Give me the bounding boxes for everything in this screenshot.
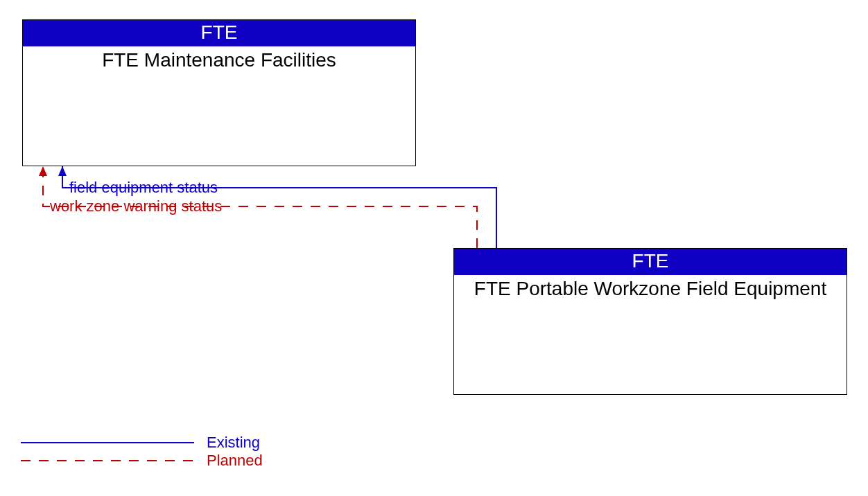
entity-fte-portable-workzone-field-equipment: FTE FTE Portable Workzone Field Equipmen… (453, 248, 847, 395)
entity-fte-maintenance-facilities: FTE FTE Maintenance Facilities (22, 19, 416, 166)
legend-label-existing: Existing (207, 435, 260, 450)
flow-label-field-equipment-status: field equipment status (69, 180, 218, 195)
flow-label-work-zone-warning-status: work zone warning status (50, 199, 222, 214)
entity-header: FTE (23, 20, 415, 46)
legend-label-planned: Planned (207, 453, 263, 468)
arrowhead-existing (58, 166, 67, 176)
entity-body: FTE Portable Workzone Field Equipment (454, 275, 847, 300)
arrowhead-planned (39, 166, 47, 176)
entity-header: FTE (454, 249, 847, 275)
entity-body: FTE Maintenance Facilities (23, 46, 415, 71)
